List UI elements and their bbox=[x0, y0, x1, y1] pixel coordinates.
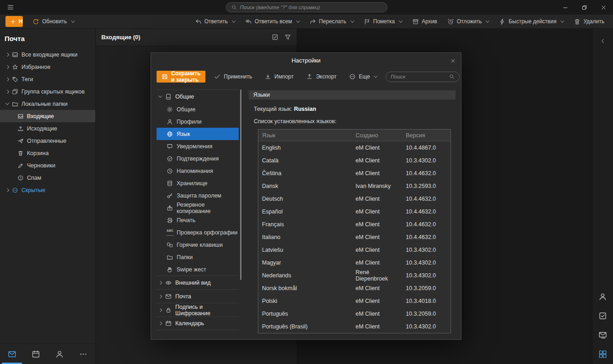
folder-item[interactable]: Все входящие ящики bbox=[0, 48, 95, 61]
language-row[interactable]: Čeština eM Client 10.4.4632.0 bbox=[258, 167, 451, 180]
settings-close-button[interactable] bbox=[449, 57, 457, 65]
widgets-button[interactable] bbox=[598, 350, 607, 359]
language-row[interactable]: Polski eM Client 10.3.4018.0 bbox=[258, 295, 451, 307]
language-row[interactable]: Latviešu eM Client 10.3.4302.0 bbox=[258, 244, 451, 256]
close-button[interactable] bbox=[594, 0, 613, 15]
filter-button[interactable] bbox=[284, 34, 291, 41]
settings-nav-item[interactable]: Подтверждения bbox=[157, 152, 239, 165]
settings-nav-item[interactable]: Напоминания bbox=[157, 165, 239, 177]
refresh-button[interactable]: Обновить bbox=[29, 16, 77, 27]
restore-icon bbox=[582, 5, 587, 10]
toolbar-action-button[interactable]: Ответить bbox=[192, 16, 238, 27]
apply-button[interactable]: Применить bbox=[210, 71, 256, 83]
language-row[interactable]: Italiano eM Client 10.4.4632.0 bbox=[258, 231, 451, 244]
language-row[interactable]: Deutsch eM Client 10.4.4632.0 bbox=[258, 192, 451, 205]
toolbar-action-button[interactable]: Быстрые действия bbox=[496, 16, 567, 27]
toolbar-action-button[interactable]: Отложить bbox=[444, 16, 492, 27]
folder-item[interactable]: Группа скрытых ящиков bbox=[0, 85, 95, 98]
settings-nav-item[interactable]: Защита паролем bbox=[157, 189, 239, 202]
settings-nav-item[interactable]: Календарь bbox=[157, 317, 239, 330]
language-row[interactable]: Dansk Ivan Miransky 10.3.2593.0 bbox=[258, 180, 451, 192]
toolbar-action-button[interactable]: Ответить всем bbox=[242, 16, 303, 27]
save-and-close-button[interactable]: Сохранить и закрыть bbox=[157, 71, 205, 83]
settings-nav-item[interactable]: Общие bbox=[157, 89, 239, 103]
select-all-button[interactable] bbox=[272, 34, 278, 41]
folder-item[interactable]: Черновики bbox=[0, 159, 95, 172]
language-row[interactable]: Français eM Client 10.4.4632.0 bbox=[258, 218, 451, 231]
global-search-input[interactable] bbox=[240, 5, 382, 10]
settings-nav-item[interactable]: Печать bbox=[157, 214, 239, 226]
settings-nav-item[interactable]: Уведомления bbox=[157, 140, 239, 152]
folder-item[interactable]: Корзина bbox=[0, 147, 95, 159]
folder-item[interactable]: Локальные папки bbox=[0, 98, 95, 110]
settings-nav-item[interactable]: Горячие клавиши bbox=[157, 239, 239, 251]
settings-nav-item[interactable]: Язык bbox=[157, 128, 239, 140]
language-row[interactable]: Català eM Client 10.3.4302.0 bbox=[258, 154, 451, 167]
settings-nav-item[interactable]: Профили bbox=[157, 115, 239, 128]
settings-nav-item[interactable]: Внешний вид bbox=[157, 276, 239, 289]
language-version: 10.4.4632.0 bbox=[402, 208, 451, 215]
contacts-button[interactable] bbox=[48, 344, 72, 364]
contacts-button[interactable] bbox=[598, 292, 607, 301]
app-menu-button[interactable] bbox=[0, 0, 21, 15]
more-button[interactable]: Еще bbox=[345, 71, 381, 83]
language-row[interactable]: Nederlands René Diepenbroek 10.3.4302.0 bbox=[258, 269, 451, 282]
settings-dialog-title: Настройки bbox=[292, 57, 321, 64]
settings-nav-item[interactable]: Общие bbox=[157, 103, 239, 115]
chevron-right-icon bbox=[5, 188, 9, 192]
key-icon bbox=[167, 192, 173, 199]
settings-nav-item[interactable]: Почта bbox=[157, 289, 239, 303]
settings-nav-item[interactable]: ABC Проверка орфографии bbox=[157, 226, 239, 239]
settings-nav-item[interactable]: Подпись и Шифрование bbox=[157, 303, 239, 317]
language-row[interactable]: English eM Client 10.4.4867.0 bbox=[258, 141, 451, 154]
toolbar-action-button[interactable]: Пометка bbox=[361, 16, 406, 27]
import-button[interactable]: Импорт bbox=[261, 71, 298, 83]
widgets-icon bbox=[598, 350, 607, 359]
folder-item[interactable]: Входящие bbox=[0, 110, 95, 122]
language-row[interactable]: Português (Brasil) eM Client 10.3.4302.0 bbox=[258, 320, 451, 333]
language-table-body: English eM Client 10.4.4867.0 Català eM … bbox=[258, 141, 451, 333]
settings-nav-label: Проверка орфографии bbox=[177, 229, 237, 236]
language-row[interactable]: Norsk bokmål eM Client 10.3.2059.0 bbox=[258, 282, 451, 295]
folder-item[interactable]: Исходящие bbox=[0, 122, 95, 135]
clock-icon bbox=[167, 168, 173, 174]
mail-button[interactable] bbox=[0, 344, 24, 364]
settings-nav-item[interactable]: Swipe жест bbox=[157, 263, 239, 276]
language-row[interactable]: Magyar eM Client 10.3.4302.0 bbox=[258, 256, 451, 269]
toolbar-action-button[interactable]: Переслать bbox=[306, 16, 357, 27]
settings-search-input[interactable] bbox=[391, 74, 446, 79]
folder-label: Отправленные bbox=[27, 138, 66, 144]
export-button[interactable]: Экспорт bbox=[302, 71, 341, 83]
collapse-sidebar-button[interactable] bbox=[600, 38, 606, 46]
toolbar-action-button[interactable]: Архив bbox=[409, 16, 440, 27]
scrollbar[interactable] bbox=[240, 89, 241, 280]
language-author: eM Client bbox=[352, 221, 402, 228]
new-button-main[interactable]: Новый bbox=[5, 16, 23, 27]
language-author: eM Client bbox=[352, 285, 402, 291]
new-button[interactable]: Новый bbox=[5, 16, 23, 27]
calendar-button[interactable] bbox=[24, 344, 47, 364]
folder-item[interactable]: Отправленные bbox=[0, 135, 95, 147]
tasks-button[interactable] bbox=[598, 312, 607, 320]
language-row[interactable]: Português eM Client 10.3.2059.0 bbox=[258, 307, 451, 320]
toolbar-action-button[interactable]: Удалить bbox=[571, 16, 608, 27]
restore-button[interactable] bbox=[575, 0, 594, 15]
language-author: René Diepenbroek bbox=[352, 269, 402, 282]
settings-nav-item[interactable]: Хранилище bbox=[157, 177, 239, 189]
chat-button[interactable] bbox=[598, 331, 607, 339]
folder-item[interactable]: Спам bbox=[0, 172, 95, 184]
language-version: 10.3.4018.0 bbox=[402, 298, 451, 304]
settings-nav-item[interactable]: Папки bbox=[157, 251, 239, 263]
minimize-button[interactable] bbox=[555, 0, 575, 15]
settings-nav-item[interactable]: Резервное копирование bbox=[157, 202, 239, 214]
eye-icon bbox=[165, 280, 172, 286]
folder-item[interactable]: Теги bbox=[0, 73, 95, 85]
language-row[interactable]: Español eM Client 10.4.4632.0 bbox=[258, 205, 451, 218]
language-version: 10.3.2059.0 bbox=[402, 285, 451, 291]
calendar-icon bbox=[31, 350, 40, 359]
import-label: Импорт bbox=[274, 73, 293, 80]
folder-item[interactable]: Скрытые bbox=[0, 184, 95, 196]
folder-item[interactable]: Избранное bbox=[0, 61, 95, 73]
chevron-right-icon bbox=[158, 294, 162, 298]
more-button[interactable] bbox=[72, 344, 95, 364]
